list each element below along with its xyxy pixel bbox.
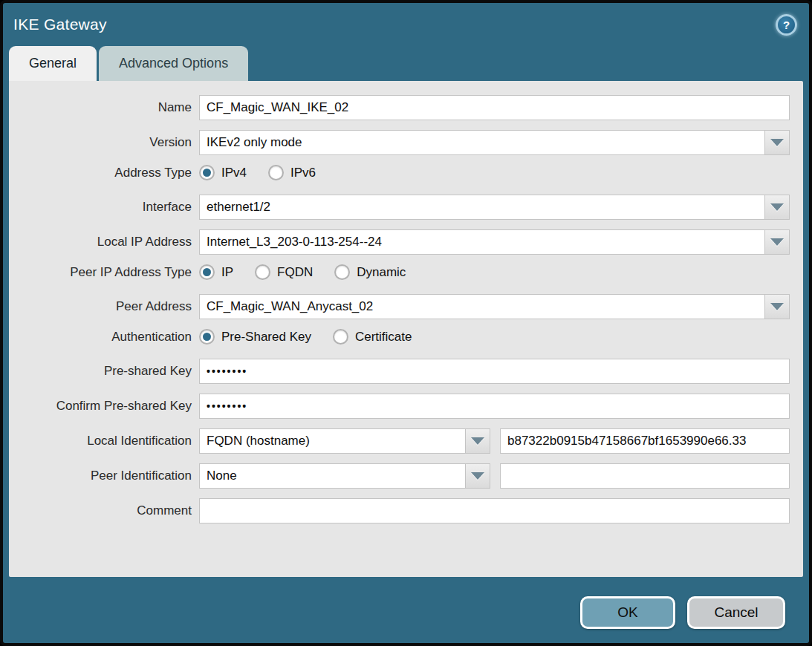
- auth-pre-shared-key-label: Pre-Shared Key: [221, 330, 311, 345]
- address-type-ipv4-label: IPv4: [221, 166, 247, 180]
- local-identification-dropdown-button[interactable]: [465, 428, 490, 454]
- chevron-down-icon: [770, 303, 784, 310]
- interface-row: Interface: [9, 195, 790, 220]
- comment-input[interactable]: [199, 498, 790, 523]
- comment-row: Comment: [9, 498, 790, 523]
- dialog-title: IKE Gateway: [13, 16, 107, 33]
- interface-input[interactable]: [199, 195, 764, 220]
- radio-button-icon[interactable]: [334, 264, 350, 280]
- authentication-label: Authentication: [9, 330, 199, 345]
- confirm-pre-shared-key-row: Confirm Pre-shared Key: [9, 394, 790, 419]
- ike-gateway-dialog: IKE Gateway ? General Advanced Options N…: [0, 0, 812, 646]
- peer-identification-row: Peer Identification: [9, 463, 790, 489]
- tab-general-label: General: [29, 56, 77, 71]
- local-ip-address-label: Local IP Address: [9, 235, 199, 249]
- peer-ip-type-fqdn-option[interactable]: FQDN: [255, 264, 313, 280]
- peer-identification-type-input[interactable]: [199, 463, 465, 489]
- radio-button-icon[interactable]: [255, 264, 270, 280]
- address-type-row: Address Type IPv4 IPv6: [9, 165, 790, 180]
- tab-bar: General Advanced Options: [9, 46, 809, 81]
- confirm-pre-shared-key-input[interactable]: [199, 394, 790, 419]
- local-identification-value-input[interactable]: [500, 428, 790, 454]
- peer-address-row: Peer Address: [9, 294, 790, 319]
- peer-ip-type-fqdn-label: FQDN: [277, 265, 313, 280]
- confirm-pre-shared-key-label: Confirm Pre-shared Key: [9, 399, 199, 414]
- peer-ip-address-type-row: Peer IP Address Type IP FQDN Dynamic: [9, 264, 790, 280]
- pre-shared-key-input[interactable]: [199, 359, 790, 384]
- radio-button-icon[interactable]: [199, 329, 215, 345]
- chevron-down-icon: [770, 238, 784, 246]
- tab-general[interactable]: General: [9, 46, 97, 81]
- peer-ip-type-ip-label: IP: [221, 265, 233, 280]
- peer-identification-label: Peer Identification: [9, 469, 199, 483]
- tab-advanced-options-label: Advanced Options: [119, 56, 228, 71]
- pre-shared-key-label: Pre-shared Key: [9, 364, 199, 379]
- dialog-footer: OK Cancel: [3, 581, 809, 643]
- version-select: [199, 130, 790, 155]
- local-identification-row: Local Identification: [9, 428, 790, 454]
- address-type-label: Address Type: [9, 166, 199, 180]
- radio-button-icon[interactable]: [268, 165, 284, 180]
- cancel-button[interactable]: Cancel: [687, 596, 785, 629]
- version-input[interactable]: [199, 130, 764, 155]
- interface-label: Interface: [9, 200, 199, 215]
- peer-ip-type-ip-option[interactable]: IP: [199, 264, 233, 280]
- peer-identification-dropdown-button[interactable]: [465, 463, 490, 489]
- address-type-ipv6-label: IPv6: [290, 166, 316, 180]
- version-label: Version: [9, 135, 199, 150]
- radio-button-icon[interactable]: [333, 329, 348, 345]
- auth-certificate-option[interactable]: Certificate: [333, 329, 412, 345]
- authentication-row: Authentication Pre-Shared Key Certificat…: [9, 329, 790, 345]
- name-label: Name: [9, 100, 199, 115]
- local-identification-type-select: [199, 428, 490, 454]
- name-row: Name: [9, 95, 790, 120]
- peer-address-dropdown-button[interactable]: [764, 294, 790, 319]
- chevron-down-icon: [770, 139, 784, 146]
- local-ip-address-select: [199, 229, 790, 255]
- peer-address-select: [199, 294, 790, 319]
- ok-button[interactable]: OK: [580, 596, 675, 629]
- local-ip-address-dropdown-button[interactable]: [764, 229, 790, 255]
- peer-ip-type-dynamic-option[interactable]: Dynamic: [334, 264, 406, 280]
- general-tab-panel: Name Version Address Type: [9, 81, 803, 577]
- peer-ip-address-type-label: Peer IP Address Type: [9, 265, 199, 280]
- tab-advanced-options[interactable]: Advanced Options: [99, 46, 248, 81]
- radio-button-icon[interactable]: [199, 264, 215, 280]
- pre-shared-key-row: Pre-shared Key: [9, 359, 790, 384]
- local-identification-label: Local Identification: [9, 434, 199, 448]
- version-row: Version: [9, 130, 790, 155]
- local-identification-type-input[interactable]: [199, 428, 465, 454]
- address-type-ipv6-option[interactable]: IPv6: [268, 165, 316, 180]
- local-ip-address-row: Local IP Address: [9, 229, 790, 255]
- comment-label: Comment: [9, 503, 199, 518]
- chevron-down-icon: [770, 203, 784, 211]
- interface-select: [199, 195, 790, 220]
- local-ip-address-input[interactable]: [199, 229, 764, 255]
- help-icon[interactable]: ?: [776, 14, 797, 36]
- peer-ip-type-dynamic-label: Dynamic: [357, 265, 406, 280]
- interface-dropdown-button[interactable]: [764, 195, 790, 220]
- auth-pre-shared-key-option[interactable]: Pre-Shared Key: [199, 329, 311, 345]
- chevron-down-icon: [471, 472, 484, 480]
- name-input[interactable]: [199, 95, 790, 120]
- peer-identification-value-input[interactable]: [500, 463, 790, 489]
- radio-button-icon[interactable]: [199, 165, 215, 180]
- auth-certificate-label: Certificate: [355, 330, 412, 345]
- peer-address-input[interactable]: [199, 294, 764, 319]
- address-type-ipv4-option[interactable]: IPv4: [199, 165, 247, 180]
- chevron-down-icon: [471, 437, 484, 445]
- peer-address-label: Peer Address: [9, 299, 199, 314]
- dialog-titlebar: IKE Gateway ?: [3, 3, 809, 46]
- version-dropdown-button[interactable]: [764, 130, 790, 155]
- peer-identification-type-select: [199, 463, 490, 489]
